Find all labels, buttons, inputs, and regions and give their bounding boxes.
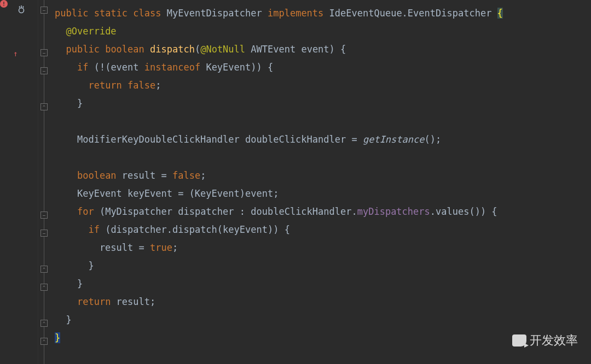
watermark-text: 开发效率: [530, 332, 578, 349]
implements-icon[interactable]: [16, 5, 26, 15]
code-line[interactable]: boolean result = false;: [55, 167, 591, 185]
code-line[interactable]: ModifierKeyDoubleClickHandler doubleClic…: [55, 131, 591, 149]
code-area[interactable]: public static class MyEventDispatcher im…: [51, 0, 591, 364]
fold-column: −−−⌃−−⌃⌃⌃⌃: [38, 0, 51, 364]
code-line[interactable]: if (dispatcher.dispatch(keyEvent)) {: [55, 221, 591, 239]
code-line[interactable]: result = true;: [55, 239, 591, 257]
code-line[interactable]: }: [55, 329, 591, 347]
fold-toggle[interactable]: −: [40, 230, 48, 237]
code-line[interactable]: }: [55, 95, 591, 113]
code-editor: ! ↑ −−−⌃−−⌃⌃⌃⌃ public static class MyEve…: [0, 0, 591, 364]
fold-toggle[interactable]: ⌃: [40, 284, 48, 291]
fold-toggle[interactable]: ⌃: [40, 320, 48, 327]
fold-toggle[interactable]: −: [40, 212, 48, 219]
code-line[interactable]: [55, 113, 591, 131]
fold-toggle[interactable]: ⌃: [40, 266, 48, 273]
watermark: 开发效率: [512, 332, 578, 349]
fold-toggle[interactable]: −: [40, 7, 48, 14]
code-line[interactable]: public static class MyEventDispatcher im…: [55, 4, 591, 22]
override-up-icon[interactable]: ↑: [13, 49, 18, 58]
fold-toggle[interactable]: ⌃: [40, 338, 48, 345]
code-line[interactable]: public boolean dispatch(@NotNull AWTEven…: [55, 40, 591, 58]
error-marker-icon[interactable]: !: [0, 0, 8, 8]
code-line[interactable]: }: [55, 257, 591, 275]
fold-toggle[interactable]: −: [40, 67, 48, 74]
code-line[interactable]: if (!(event instanceof KeyEvent)) {: [55, 58, 591, 77]
code-line[interactable]: [55, 149, 591, 167]
code-line[interactable]: }: [55, 275, 591, 293]
code-line[interactable]: KeyEvent keyEvent = (KeyEvent)event;: [55, 185, 591, 203]
code-line[interactable]: }: [55, 311, 591, 329]
wechat-icon: [512, 334, 526, 347]
svg-point-0: [19, 8, 24, 13]
code-line[interactable]: for (MyDispatcher dispatcher : doubleCli…: [55, 203, 591, 221]
fold-toggle[interactable]: ⌃: [40, 103, 48, 110]
gutter: ! ↑: [0, 0, 38, 364]
fold-toggle[interactable]: −: [40, 49, 48, 56]
code-line[interactable]: return false;: [55, 77, 591, 95]
code-line[interactable]: @Override: [55, 22, 591, 40]
code-line[interactable]: return result;: [55, 293, 591, 311]
